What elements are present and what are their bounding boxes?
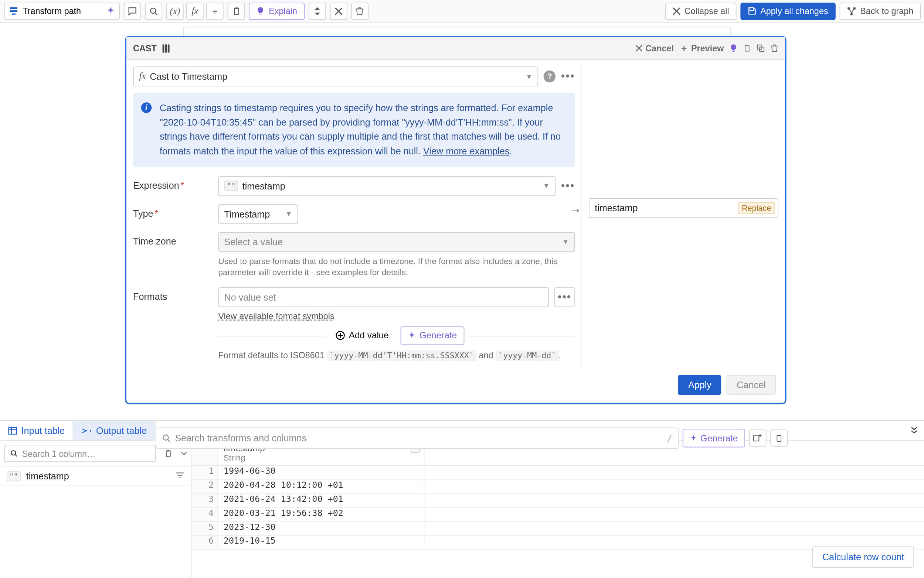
row-number: 4 bbox=[192, 508, 218, 521]
row-number: 2 bbox=[192, 480, 218, 494]
add-value-button[interactable]: Add value bbox=[329, 326, 395, 344]
transform-path-input[interactable] bbox=[4, 2, 120, 19]
svg-point-19 bbox=[163, 435, 168, 440]
plus-icon: ＋ bbox=[679, 42, 688, 54]
plus-icon: ＋ bbox=[211, 5, 219, 17]
formats-symbols-link[interactable]: View available format symbols bbox=[218, 311, 334, 321]
delete-button[interactable] bbox=[351, 2, 369, 19]
column-search-input[interactable]: Search 1 column… bbox=[4, 445, 156, 462]
new-node-button[interactable] bbox=[749, 430, 766, 447]
expression-more-button[interactable]: ••• bbox=[561, 180, 575, 193]
cancel-button[interactable]: Cancel bbox=[727, 375, 776, 395]
format-default-hint: Format defaults to ISO8601 `yyyy-MM-dd'T… bbox=[218, 350, 561, 360]
formats-label: Formats bbox=[133, 287, 213, 302]
help-button[interactable]: ? bbox=[544, 71, 555, 82]
formats-more-button[interactable]: ••• bbox=[555, 287, 575, 307]
slash-hint: / bbox=[667, 433, 672, 443]
apply-button[interactable]: Apply bbox=[678, 375, 721, 395]
transform-path-text[interactable] bbox=[23, 6, 102, 16]
apply-all-button[interactable]: Apply all changes bbox=[740, 2, 835, 19]
svg-rect-13 bbox=[732, 51, 735, 52]
collapse-all-button[interactable]: Collapse all bbox=[665, 2, 736, 19]
table-row[interactable]: 22020-04-28 10:12:00 +01 bbox=[192, 480, 924, 494]
fx-button[interactable]: fx bbox=[186, 2, 203, 19]
svg-rect-20 bbox=[753, 436, 759, 441]
svg-point-3 bbox=[150, 8, 156, 13]
chevron-down-icon: ▼ bbox=[543, 182, 550, 190]
top-toolbar: (x) fx ＋ Explain Collapse all Apply all … bbox=[0, 0, 924, 23]
info-view-more-link[interactable]: View more examples bbox=[423, 146, 509, 156]
input-table-label: Input table bbox=[21, 425, 65, 436]
card-cancel-link[interactable]: Cancel bbox=[635, 43, 674, 53]
expand-panel-button[interactable] bbox=[903, 425, 924, 436]
column-item-timestamp[interactable]: "" timestamp bbox=[0, 467, 191, 486]
bulb-icon bbox=[256, 6, 265, 15]
svg-rect-5 bbox=[235, 7, 237, 8]
variable-button[interactable]: (x) bbox=[166, 2, 184, 19]
calculate-row-count-button[interactable]: Calculate row count bbox=[812, 547, 914, 568]
expression-label: Expression* bbox=[133, 176, 213, 191]
generate-label: Generate bbox=[420, 331, 457, 341]
col-dropdown-button[interactable] bbox=[181, 451, 187, 455]
add-fx-button[interactable]: ＋ bbox=[206, 2, 224, 19]
svg-rect-11 bbox=[165, 44, 167, 52]
transform-logo-icon bbox=[8, 6, 18, 16]
output-column-field[interactable]: timestamp Replace bbox=[589, 198, 778, 218]
clipboard-button-2[interactable] bbox=[770, 430, 787, 447]
close-icon bbox=[335, 7, 343, 15]
card-header: CAST Cancel ＋ Preview bbox=[127, 37, 785, 60]
cell-timestamp: 1994-06-30 bbox=[218, 466, 424, 479]
bulb-button[interactable] bbox=[729, 44, 738, 52]
close-button[interactable] bbox=[330, 2, 347, 19]
zoom-button[interactable] bbox=[145, 2, 162, 19]
back-to-graph-button[interactable]: Back to graph bbox=[839, 2, 921, 19]
type-select[interactable]: Timestamp ▼ bbox=[218, 204, 298, 224]
timezone-select[interactable]: Select a value ▼ bbox=[218, 232, 575, 252]
svg-rect-6 bbox=[259, 14, 262, 15]
editor-area: CAST Cancel ＋ Preview bbox=[0, 23, 924, 27]
table-row[interactable]: 42020-03-21 19:56:38 +02 bbox=[192, 508, 924, 522]
expression-value: timestamp bbox=[242, 180, 285, 191]
svg-rect-22 bbox=[778, 435, 780, 436]
info-banner: i Casting strings to timestamp requires … bbox=[133, 93, 575, 167]
formats-input[interactable]: No value set bbox=[218, 287, 549, 307]
transforms-search-input[interactable]: Search transforms and columns / bbox=[156, 427, 678, 449]
type-label: Type* bbox=[133, 204, 213, 219]
chevron-down-icon: ▼ bbox=[525, 73, 532, 80]
card-config: fx Cast to Timestamp ▼ ? ••• i Casting s… bbox=[127, 60, 582, 367]
search-icon bbox=[161, 434, 171, 443]
cell-timestamp: 2020-03-21 19:56:38 +02 bbox=[218, 508, 424, 521]
clipboard-button[interactable] bbox=[228, 2, 245, 19]
filter-icon[interactable] bbox=[176, 472, 184, 480]
output-table-tab[interactable]: Output table bbox=[73, 421, 156, 440]
more-button[interactable]: ••• bbox=[561, 70, 575, 83]
card-preview-link[interactable]: ＋ Preview bbox=[679, 42, 724, 54]
clipboard-button[interactable] bbox=[743, 44, 752, 52]
timezone-hint: Used to parse formats that do not includ… bbox=[218, 256, 575, 279]
add-value-label: Add value bbox=[349, 331, 389, 341]
row-number: 5 bbox=[192, 522, 218, 535]
search-generate-label: Generate bbox=[700, 433, 738, 443]
row-number: 6 bbox=[192, 536, 218, 549]
arrow-merge-icon bbox=[81, 427, 92, 434]
comment-button[interactable] bbox=[124, 2, 141, 19]
svg-rect-4 bbox=[234, 8, 238, 15]
cast-type-value: Cast to Timestamp bbox=[150, 71, 227, 82]
input-table-tab[interactable]: Input table bbox=[0, 421, 73, 440]
trash-button[interactable] bbox=[770, 44, 778, 52]
generate-button[interactable]: Generate bbox=[401, 326, 464, 344]
table-row[interactable]: 11994-06-30 bbox=[192, 466, 924, 480]
table-row[interactable]: 52023-12-30 bbox=[192, 522, 924, 536]
reorder-button[interactable] bbox=[309, 2, 326, 19]
svg-rect-2 bbox=[12, 13, 16, 15]
expression-input[interactable]: "" timestamp ▼ bbox=[218, 176, 555, 196]
search-generate-button[interactable]: Generate bbox=[682, 429, 745, 447]
table-row[interactable]: 32021-06-24 13:42:00 +01 bbox=[192, 494, 924, 508]
duplicate-button[interactable] bbox=[756, 44, 765, 52]
cast-type-select[interactable]: fx Cast to Timestamp ▼ bbox=[133, 67, 538, 86]
svg-rect-12 bbox=[168, 44, 170, 52]
column-name: timestamp bbox=[26, 471, 69, 481]
explain-button[interactable]: Explain bbox=[249, 2, 304, 19]
svg-rect-14 bbox=[745, 45, 749, 51]
back-to-graph-label: Back to graph bbox=[860, 6, 913, 16]
